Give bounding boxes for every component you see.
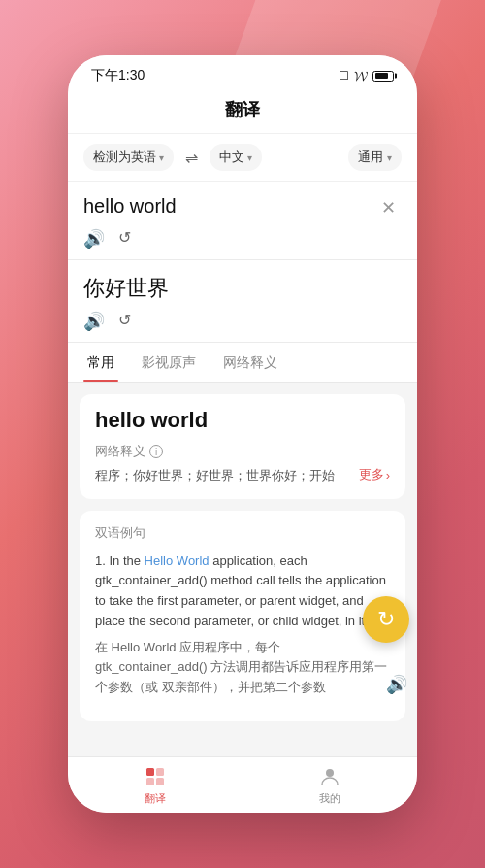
tab-web[interactable]: 网络释义 [219,343,281,382]
speaker-float-button[interactable]: 🔊 [386,674,407,695]
content-area[interactable]: hello world 网络释义 i 程序；你好世界；好世界；世界你好；开始 更… [68,383,417,756]
status-bar: 下午1:30 ☐ 𝓦 [68,55,417,90]
svg-rect-3 [156,778,164,785]
language-bar: 检测为英语 ▾ ⇌ 中文 ▾ 通用 ▾ [68,134,417,182]
listen-output-icon[interactable]: 🔊 [83,311,105,332]
refresh-fab-button[interactable]: ↻ [363,596,409,643]
svg-rect-1 [156,768,164,776]
info-icon[interactable]: i [149,445,163,458]
more-button[interactable]: 更多 › [359,466,390,484]
svg-rect-2 [146,778,154,785]
location-icon: ☐ [339,69,349,83]
chevron-right-icon: › [386,468,390,483]
copy-source-icon[interactable]: ↺ [118,228,131,250]
tabs-bar: 常用 影视原声 网络释义 [68,343,417,383]
nav-my-label: 我的 [319,791,340,806]
target-lang-button[interactable]: 中文 ▾ [210,144,262,171]
translate-icon [144,765,167,788]
source-text[interactable]: hello world [83,195,375,217]
status-icons: ☐ 𝓦 [339,68,394,84]
example-cn-text: 在 Hello World 应用程序中，每个 gtk_container_add… [95,638,390,698]
example-section-label: 双语例句 [95,524,390,542]
example-section: 双语例句 1. In the Hello World application, … [80,511,405,722]
svg-point-4 [326,769,334,777]
wifi-icon: 𝓦 [354,68,368,84]
source-lang-button[interactable]: 检测为英语 ▾ [83,144,174,171]
copy-output-icon[interactable]: ↺ [118,311,131,332]
nav-my[interactable]: 我的 [242,757,417,813]
svg-rect-0 [146,768,154,776]
swap-languages-icon[interactable]: ⇌ [181,145,202,171]
chevron-down-icon: ▾ [159,152,164,163]
word-definition-card: hello world 网络释义 i 程序；你好世界；好世界；世界你好；开始 更… [80,394,405,499]
tab-movie[interactable]: 影视原声 [138,343,200,382]
definition-row: 程序；你好世界；好世界；世界你好；开始 更多 › [95,466,390,485]
bottom-nav: 翻译 我的 [68,756,417,813]
clear-button[interactable]: ✕ [375,195,402,220]
battery-icon [372,71,394,82]
mode-button[interactable]: 通用 ▾ [348,144,402,171]
nav-translate[interactable]: 翻译 [68,757,242,813]
listen-source-icon[interactable]: 🔊 [83,228,105,250]
example-en-highlight: Hello World [145,553,210,568]
status-time: 下午1:30 [91,67,145,84]
refresh-icon: ↻ [377,607,395,632]
my-icon [318,765,341,788]
output-area: 你好世界 🔊 ↺ [68,260,417,343]
example-en-text: 1. In the Hello World application, each … [95,551,390,632]
definition-label: 网络释义 i [95,443,390,460]
app-header: 翻译 [68,90,417,134]
phone-frame: 下午1:30 ☐ 𝓦 翻译 检测为英语 ▾ ⇌ 中文 ▾ 通 [68,55,417,813]
input-area: hello world ✕ 🔊 ↺ [68,182,417,260]
word-title: hello world [95,408,390,433]
nav-translate-label: 翻译 [145,791,166,806]
app-title: 翻译 [225,100,260,119]
translated-text: 你好世界 [83,276,169,300]
chevron-down-icon: ▾ [247,152,252,163]
example-en-prefix: In the [109,553,144,568]
definition-text: 程序；你好世界；好世界；世界你好；开始 [95,466,359,485]
example-number: 1. [95,553,109,568]
tab-common[interactable]: 常用 [83,343,118,382]
example-item: 1. In the Hello World application, each … [95,551,390,699]
